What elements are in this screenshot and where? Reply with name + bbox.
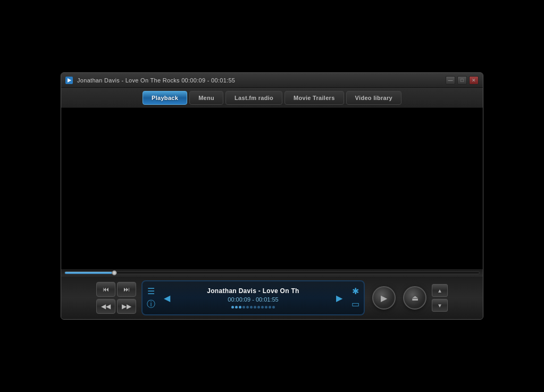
dot-10 [265,306,267,308]
nav-bar: Playback Menu Last.fm radio Movie Traile… [61,88,483,108]
display-icons-right: ✱ ▭ [351,287,359,308]
nav-library[interactable]: Video library [346,91,401,105]
vol-up-icon: ▲ [437,288,442,294]
dot-8 [257,306,260,308]
dot-9 [261,306,264,308]
playlist-icon[interactable]: ☰ [147,287,155,296]
dot-3 [239,306,241,308]
maximize-button[interactable]: □ [457,76,467,85]
title-bar: Jonathan Davis - Love On The Rocks 00:00… [61,73,483,88]
minimize-button[interactable]: — [446,76,455,85]
top-row-right: ▲ [432,284,448,297]
window-title: Jonathan Davis - Love On The Rocks 00:00… [77,77,446,84]
nav-trailers[interactable]: Movie Trailers [284,91,344,105]
window-controls: — □ ✕ [446,76,479,85]
vol-down-button[interactable]: ▼ [432,299,448,312]
display-next-button[interactable]: ▶ [334,293,345,303]
progress-track[interactable] [64,271,480,274]
dot-5 [246,306,249,308]
eject-icon: ⏏ [412,294,419,302]
bottom-row-left: ◀◀ ▶▶ [96,299,136,314]
dot-2 [235,306,238,308]
dot-12 [272,306,275,308]
prev-skip-button[interactable]: ⏮ [96,282,115,297]
dot-11 [269,306,271,308]
fast-forward-button[interactable]: ▶▶ [117,299,136,314]
dot-7 [254,306,256,308]
progress-fill [65,272,114,274]
nav-lastfm[interactable]: Last.fm radio [225,91,282,105]
center-display: ☰ ⓘ ◀ Jonathan Davis - Love On Th 00:00:… [141,280,365,315]
vol-up-button[interactable]: ▲ [432,284,448,297]
top-row-left: ⏮ ⏭ [96,282,136,297]
play-icon: ▶ [381,293,387,303]
display-icons-left: ☰ ⓘ [147,287,155,308]
dot-6 [250,306,253,308]
pin-icon[interactable]: ✱ [352,287,359,296]
display-prev-button[interactable]: ◀ [162,293,172,303]
progress-thumb[interactable] [112,270,117,276]
nav-playback[interactable]: Playback [143,91,187,105]
track-name: Jonathan Davis - Love On Th [207,287,299,295]
nav-menu[interactable]: Menu [189,91,223,105]
bottom-row-right: ▼ [432,299,448,312]
app-icon [65,77,73,84]
close-button[interactable]: ✕ [469,76,479,85]
eject-button[interactable]: ⏏ [403,286,426,310]
play-button[interactable]: ▶ [372,286,396,310]
track-time: 00:00:09 - 00:01:55 [228,296,278,303]
info-icon[interactable]: ⓘ [147,300,155,308]
next-skip-button[interactable]: ⏭ [117,282,136,297]
rewind-button[interactable]: ◀◀ [96,299,115,314]
controls-left: ⏮ ⏭ ◀◀ ▶▶ [96,282,136,314]
vol-down-icon: ▼ [437,303,442,308]
video-area [61,108,483,269]
dot-4 [242,306,245,308]
controls-bar: ⏮ ⏭ ◀◀ ▶▶ ☰ ⓘ ◀ Jonathan Dav [61,277,483,319]
prev-skip-icon: ⏮ [103,286,109,293]
progress-area[interactable] [61,269,483,277]
next-skip-icon: ⏭ [123,286,130,293]
controls-right: ▲ ▼ [432,284,448,312]
window-mode-icon[interactable]: ▭ [351,300,359,308]
display-dots [231,306,275,308]
dot-1 [231,306,234,308]
fast-forward-icon: ▶▶ [122,303,131,310]
player-window: Jonathan Davis - Love On The Rocks 00:00… [61,72,483,320]
rewind-icon: ◀◀ [101,303,111,310]
